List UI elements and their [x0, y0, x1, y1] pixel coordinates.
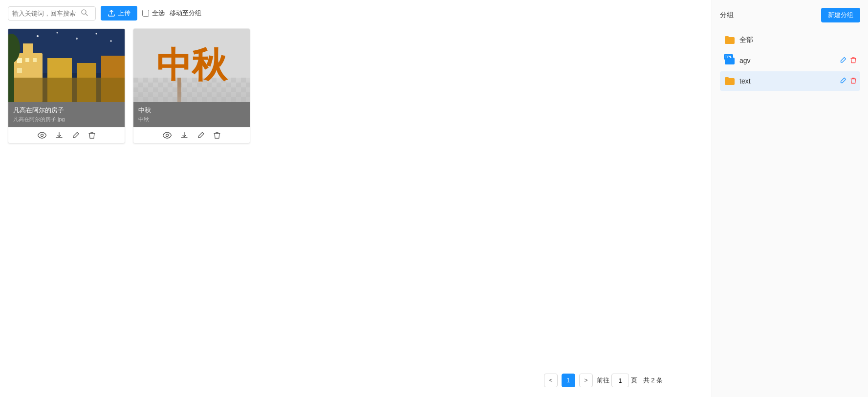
edit-icon[interactable]: [72, 131, 80, 139]
page-suffix: 页: [631, 376, 637, 385]
group-agv-edit-icon[interactable]: [840, 57, 846, 65]
svg-point-19: [96, 33, 97, 35]
group-text-edit-icon[interactable]: [840, 77, 846, 85]
svg-point-21: [41, 134, 43, 137]
group-text-name: text: [739, 77, 836, 85]
image-card: 凡高在阿尔的房子 凡高在阿尔的房子.jpg: [8, 28, 125, 144]
svg-rect-10: [25, 58, 29, 62]
pagination: < 1 > 前往 页 共 2 条: [544, 374, 663, 387]
select-all-label[interactable]: 全选: [152, 9, 165, 18]
image-thumbnail: 中秋: [133, 29, 250, 102]
image-info: 凡高在阿尔的房子 凡高在阿尔的房子.jpg: [8, 102, 125, 127]
svg-point-27: [166, 134, 169, 137]
next-page-button[interactable]: >: [579, 374, 593, 387]
group-text-actions: [840, 77, 856, 85]
sidebar-item-all[interactable]: 全部: [720, 30, 860, 50]
move-to-group-button[interactable]: 移动至分组: [170, 9, 201, 18]
svg-point-18: [76, 38, 78, 40]
download-icon[interactable]: [180, 131, 188, 139]
svg-rect-9: [17, 58, 22, 63]
goto-page-input[interactable]: [611, 374, 629, 387]
image-thumbnail: [8, 29, 125, 102]
folder-agv-icon: TPL: [724, 56, 736, 65]
zhongqiu-text: 中秋: [156, 48, 227, 83]
delete-icon[interactable]: [88, 131, 95, 139]
image-filename: 中秋: [138, 116, 245, 123]
edit-icon[interactable]: [197, 131, 205, 139]
view-icon[interactable]: [163, 132, 172, 139]
upload-button[interactable]: 上传: [101, 6, 137, 21]
search-input[interactable]: [12, 10, 81, 17]
svg-rect-5: [23, 43, 33, 58]
sidebar-item-text[interactable]: text: [720, 71, 860, 91]
image-card: 中秋 中秋 中秋: [133, 28, 250, 144]
download-icon[interactable]: [55, 131, 63, 139]
svg-rect-12: [17, 68, 22, 73]
svg-rect-11: [33, 58, 37, 62]
svg-line-1: [86, 14, 87, 16]
group-agv-name: agv: [739, 57, 836, 64]
sidebar: 分组 新建分组 全部 TPL agv: [712, 0, 868, 397]
group-text-delete-icon[interactable]: [850, 77, 856, 85]
svg-rect-13: [8, 78, 125, 102]
toolbar: 上传 全选 移动至分组: [8, 6, 704, 21]
total-label: 共 2 条: [643, 376, 663, 385]
upload-label: 上传: [118, 9, 130, 18]
delete-icon[interactable]: [214, 131, 220, 139]
page-1-button[interactable]: 1: [562, 374, 575, 387]
select-all-checkbox[interactable]: [142, 10, 149, 17]
group-agv-actions: [840, 57, 856, 65]
svg-point-16: [37, 35, 39, 37]
image-name: 凡高在阿尔的房子: [13, 106, 120, 115]
prev-page-button[interactable]: <: [544, 374, 558, 387]
pagination-info: 前往 页 共 2 条: [597, 374, 663, 387]
folder-text-icon: [724, 76, 736, 86]
view-icon[interactable]: [38, 132, 46, 139]
image-actions: [133, 127, 250, 143]
group-all-name: 全部: [739, 36, 856, 44]
image-name: 中秋: [138, 106, 245, 115]
svg-point-20: [110, 40, 112, 42]
sidebar-item-agv[interactable]: TPL agv: [720, 51, 860, 70]
vangogh-artwork: [8, 29, 125, 102]
sidebar-title: 分组: [720, 11, 734, 20]
new-group-button[interactable]: 新建分组: [821, 8, 860, 22]
sidebar-header: 分组 新建分组: [720, 8, 860, 22]
image-grid: 凡高在阿尔的房子 凡高在阿尔的房子.jpg: [8, 28, 704, 144]
select-all-area: 全选: [142, 9, 165, 18]
main-content: 上传 全选 移动至分组: [0, 0, 712, 397]
tpl-badge: TPL: [724, 54, 733, 60]
image-filename: 凡高在阿尔的房子.jpg: [13, 116, 120, 123]
group-agv-delete-icon[interactable]: [850, 57, 856, 65]
upload-icon: [108, 9, 115, 17]
folder-all-icon: [724, 35, 736, 45]
svg-point-17: [57, 32, 58, 34]
image-actions: [8, 127, 125, 143]
search-box: [8, 6, 96, 21]
goto-prefix: 前往: [597, 376, 609, 385]
search-icon[interactable]: [81, 9, 88, 18]
image-info: 中秋 中秋: [133, 102, 250, 127]
